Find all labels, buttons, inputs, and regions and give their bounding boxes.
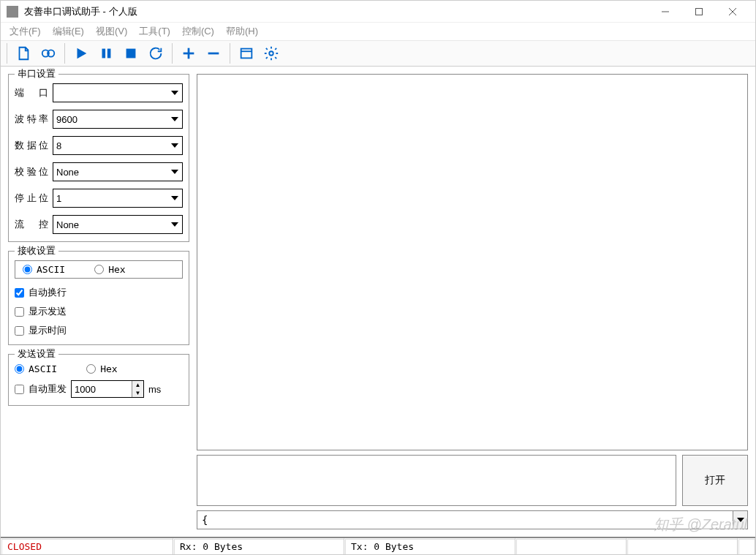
show-send-checkbox[interactable] [15, 307, 24, 317]
svg-rect-6 [102, 49, 106, 58]
refresh-icon[interactable] [144, 42, 167, 64]
show-time-label: 显示时间 [29, 324, 67, 337]
toolbar [1, 40, 755, 67]
status-tx: Tx: 0 Bytes [344, 538, 515, 554]
auto-resend-label: 自动重发 [29, 382, 67, 396]
history-dropdown-icon[interactable] [733, 510, 748, 529]
status-blank2 [627, 538, 738, 554]
menu-edit[interactable]: 编辑(E) [48, 23, 88, 39]
baud-select[interactable] [53, 110, 183, 129]
window-icon[interactable] [235, 42, 258, 64]
receive-settings-group: 接收设置 ASCII Hex 自动换行 显示发送 显示时间 [8, 251, 189, 345]
stop-icon[interactable] [119, 42, 143, 64]
show-time-checkbox[interactable] [15, 326, 24, 336]
new-file-icon[interactable] [12, 42, 35, 64]
status-rx: Rx: 0 Bytes [173, 538, 344, 554]
main-area: 串口设置 端 口 波特率 数据位 校验位 停止位 流 控 [1, 67, 755, 537]
interval-down[interactable]: ▼ [132, 389, 143, 397]
open-button[interactable]: 打开 [682, 455, 748, 506]
menubar: 文件(F) 编辑(E) 视图(V) 工具(T) 控制(C) 帮助(H) [1, 23, 755, 40]
left-panel: 串口设置 端 口 波特率 数据位 校验位 停止位 流 控 [8, 74, 189, 529]
auto-wrap-checkbox[interactable] [15, 288, 24, 298]
parity-label: 校验位 [15, 165, 48, 178]
serial-settings-group: 串口设置 端 口 波特率 数据位 校验位 停止位 流 控 [8, 74, 189, 242]
menu-tools[interactable]: 工具(T) [135, 23, 175, 39]
receive-textarea[interactable] [197, 74, 748, 450]
auto-wrap-label: 自动换行 [29, 286, 67, 299]
status-connection: CLOSED [1, 538, 173, 554]
svg-rect-12 [241, 49, 252, 58]
svg-rect-7 [107, 49, 111, 58]
svg-rect-8 [126, 49, 136, 58]
statusbar: CLOSED Rx: 0 Bytes Tx: 0 Bytes [1, 537, 755, 554]
titlebar: 友善串口调试助手 - 个人版 [1, 1, 755, 23]
right-panel: 打开 [197, 74, 748, 529]
settings-icon[interactable] [260, 42, 283, 64]
send-textarea[interactable] [197, 455, 676, 506]
history-input[interactable] [197, 510, 733, 529]
app-icon [7, 6, 18, 18]
data-label: 数据位 [15, 139, 48, 152]
record-icon[interactable] [37, 42, 60, 64]
minimize-button[interactable] [649, 1, 682, 23]
stop-select[interactable] [53, 189, 183, 208]
port-select[interactable] [53, 83, 183, 102]
resize-grip-icon[interactable] [738, 538, 755, 554]
show-send-label: 显示发送 [29, 305, 67, 318]
stop-label: 停止位 [15, 192, 48, 205]
data-select[interactable] [53, 136, 183, 155]
send-hex-radio[interactable]: Hex [86, 363, 117, 374]
flow-label: 流 控 [15, 218, 48, 231]
serial-settings-title: 串口设置 [15, 67, 58, 80]
window-title: 友善串口调试助手 - 个人版 [24, 5, 649, 18]
pause-icon[interactable] [94, 42, 118, 64]
auto-resend-checkbox[interactable] [15, 385, 24, 394]
menu-file[interactable]: 文件(F) [5, 23, 45, 39]
minus-icon[interactable] [202, 42, 225, 64]
svg-point-14 [269, 51, 273, 56]
recv-hex-radio[interactable]: Hex [94, 264, 125, 275]
port-label: 端 口 [15, 86, 48, 99]
play-icon[interactable] [69, 42, 93, 64]
flow-select[interactable] [53, 215, 183, 234]
status-blank1 [515, 538, 627, 554]
baud-label: 波特率 [15, 113, 48, 126]
plus-icon[interactable] [177, 42, 200, 64]
maximize-button[interactable] [682, 1, 716, 23]
interval-up[interactable]: ▲ [132, 381, 143, 389]
menu-help[interactable]: 帮助(H) [222, 23, 262, 39]
svg-rect-1 [696, 8, 703, 15]
send-settings-group: 发送设置 ASCII Hex 自动重发 ▲▼ ms [8, 354, 189, 406]
send-settings-title: 发送设置 [15, 347, 58, 360]
menu-control[interactable]: 控制(C) [178, 23, 219, 39]
interval-unit: ms [148, 384, 161, 395]
menu-view[interactable]: 视图(V) [91, 23, 132, 39]
recv-ascii-radio[interactable]: ASCII [23, 264, 65, 275]
close-button[interactable] [716, 1, 749, 23]
receive-settings-title: 接收设置 [15, 244, 58, 257]
send-ascii-radio[interactable]: ASCII [15, 363, 57, 374]
parity-select[interactable] [53, 162, 183, 181]
